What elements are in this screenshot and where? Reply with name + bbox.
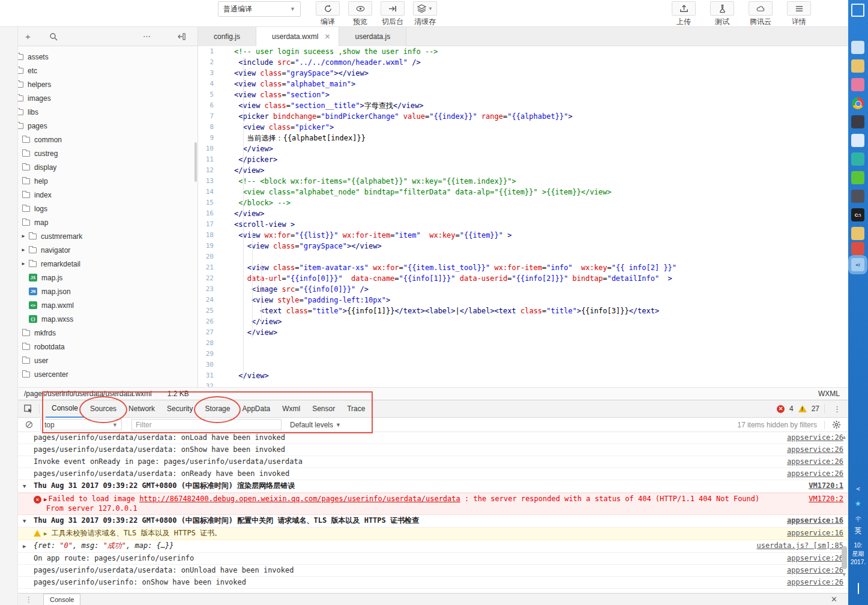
devtools-tab-sources[interactable]: Sources <box>84 400 122 418</box>
console-filter-input[interactable] <box>131 419 282 430</box>
clear-console-icon[interactable] <box>25 421 33 429</box>
close-tab-icon[interactable]: ✕ <box>324 32 330 41</box>
upload-button[interactable]: 上传 <box>672 1 696 27</box>
clear-cache-button[interactable]: ▼清缓存 <box>413 1 437 27</box>
preview-button[interactable]: 预览 <box>348 1 372 27</box>
tab-userdata.wxml[interactable]: userdata.wxml✕ <box>256 27 339 46</box>
devtools-menu-icon[interactable]: ⋮ <box>833 405 841 414</box>
more-options-icon[interactable]: ⋯ <box>143 32 151 40</box>
gear-app-icon[interactable] <box>851 190 864 203</box>
tree-item-robotdata[interactable]: ►robotdata <box>0 340 197 354</box>
scrollbar-up-icon[interactable]: ▲ <box>843 434 846 440</box>
tree-item-helpers[interactable]: ►helpers <box>0 77 197 91</box>
source-link[interactable]: appservice:26 <box>787 554 843 563</box>
close-icon[interactable]: ✕ <box>831 595 837 604</box>
devtools-tab-trace[interactable]: Trace <box>341 400 371 418</box>
expand-triangle-icon[interactable]: ▶ <box>44 496 47 502</box>
chevron-collapsed-icon[interactable]: ► <box>20 261 26 266</box>
tree-item-map[interactable]: ▼map <box>0 215 197 229</box>
tree-item-images[interactable]: ►images <box>0 91 197 105</box>
tree-item-user[interactable]: ►user <box>0 354 197 367</box>
scrollbar-down-icon[interactable]: ▼ <box>843 571 846 577</box>
devtools-tab-console[interactable]: Console <box>46 400 84 418</box>
tree-item-navigator[interactable]: ►navigator <box>0 243 197 257</box>
devtools-tab-network[interactable]: Network <box>122 400 161 418</box>
tree-item-index[interactable]: ►index <box>0 188 197 202</box>
tab-userdata.js[interactable]: userdata.js <box>339 27 406 46</box>
tree-item-display[interactable]: ►display <box>0 160 197 174</box>
tree-item-logs[interactable]: ►logs <box>0 202 197 215</box>
tree-item-map.wxss[interactable]: {}map.wxss <box>0 312 197 326</box>
tree-item-map.json[interactable]: JNmap.json <box>0 284 197 298</box>
code-editor[interactable]: 1<!-- user login suceess ,show the user … <box>198 46 848 387</box>
star-icon[interactable]: ★ <box>848 499 868 508</box>
browser-icon[interactable] <box>851 134 864 147</box>
gear-icon[interactable] <box>832 420 841 429</box>
chevron-collapsed-icon[interactable]: ► <box>20 247 26 253</box>
add-file-button[interactable]: + <box>25 32 31 41</box>
tree-item-libs[interactable]: ►libs <box>0 105 197 119</box>
source-link[interactable]: appservice:26 <box>787 566 843 575</box>
show-hidden-icons-chevron[interactable]: < <box>848 485 868 493</box>
tree-item-custreg[interactable]: ►custreg <box>0 146 197 160</box>
log-levels-select[interactable]: Default levels ▼ <box>290 421 341 429</box>
sidebar-scrollbar[interactable] <box>194 142 197 182</box>
tree-item-map.js[interactable]: JSmap.js <box>0 271 197 284</box>
switch-background-button[interactable]: 切后台 <box>381 1 405 27</box>
tree-item-remarkdetail[interactable]: ►remarkdetail <box>0 257 197 271</box>
app-red-icon[interactable] <box>851 242 864 255</box>
tree-item-mkfrds[interactable]: ►mkfrds <box>0 326 197 340</box>
input-language-indicator[interactable]: 英 <box>848 526 868 536</box>
devtools-tab-security[interactable]: Security <box>161 400 199 418</box>
error-url-link[interactable]: http://867482400.debug.open.weixin.qq.co… <box>139 495 460 503</box>
tencent-cloud-button[interactable]: 腾讯云 <box>749 1 773 27</box>
collapse-triangle-icon[interactable]: ▼ <box>23 516 34 526</box>
source-link[interactable]: appservice:26 <box>787 445 843 454</box>
app-pink-icon[interactable] <box>851 78 864 91</box>
tree-item-map.wxml[interactable]: <>map.wxml <box>0 298 197 312</box>
folder-icon[interactable] <box>851 59 864 73</box>
tree-item-usercenter[interactable]: ▼usercenter <box>0 367 197 381</box>
expand-triangle-icon[interactable] <box>23 529 34 529</box>
tree-item-pages[interactable]: ▼pages <box>0 119 197 133</box>
console-prompt[interactable]: > <box>0 589 848 593</box>
source-link[interactable]: userdata.js? [sm]:85 <box>757 541 844 550</box>
devtools-tab-sensor[interactable]: Sensor <box>306 400 341 418</box>
chevron-collapsed-icon[interactable]: ► <box>20 233 26 239</box>
source-link[interactable]: appservice:26 <box>787 578 843 587</box>
folder2-icon[interactable] <box>851 227 864 240</box>
terminal-icon[interactable]: C:\ <box>851 208 864 221</box>
source-link[interactable]: appservice:26 <box>787 457 843 466</box>
test-button[interactable]: 测试 <box>710 1 734 27</box>
inspect-element-icon[interactable] <box>24 404 40 414</box>
app-teal-icon[interactable] <box>851 152 864 166</box>
drawer-tab-console[interactable]: Console <box>43 594 80 605</box>
tree-item-etc[interactable]: ►etc <box>0 64 197 77</box>
expand-triangle-icon[interactable]: ▶ <box>23 541 34 551</box>
devtools-tab-appdata[interactable]: AppData <box>236 400 276 418</box>
search-icon[interactable] <box>49 32 58 41</box>
devtools-tab-wxml[interactable]: Wxml <box>276 400 306 418</box>
tree-item-common[interactable]: ►common <box>0 133 197 146</box>
devtools-tab-storage[interactable]: Storage <box>199 400 236 418</box>
compile-button[interactable]: 编译 <box>316 1 340 27</box>
network-icon[interactable] <box>848 514 868 525</box>
tree-item-custmremark[interactable]: ►custmremark <box>0 229 197 243</box>
tree-item-help[interactable]: ►help <box>0 174 197 188</box>
source-link[interactable]: appservice:16 <box>787 516 843 525</box>
expand-triangle-icon[interactable] <box>23 495 34 495</box>
notification-tray-icon[interactable] <box>848 583 868 594</box>
app-dark-icon[interactable] <box>851 115 864 128</box>
chrome-icon[interactable] <box>851 97 864 110</box>
window-preview-icon[interactable] <box>851 4 864 17</box>
source-link[interactable]: appservice:26 <box>787 469 843 478</box>
source-link[interactable]: VM1720:2 <box>809 495 843 504</box>
collapse-triangle-icon[interactable]: ▼ <box>23 481 34 491</box>
details-button[interactable]: 详情 <box>787 1 811 27</box>
collapse-sidebar-icon[interactable] <box>178 32 186 41</box>
source-link[interactable]: appservice:16 <box>787 529 843 538</box>
devtools-active-icon[interactable]: </ <box>851 258 864 271</box>
execution-context-select[interactable]: top ▼ <box>40 419 122 430</box>
compile-mode-select[interactable]: 普通编译 ▼ <box>218 1 301 17</box>
source-link[interactable]: appservice:26 <box>787 433 843 442</box>
